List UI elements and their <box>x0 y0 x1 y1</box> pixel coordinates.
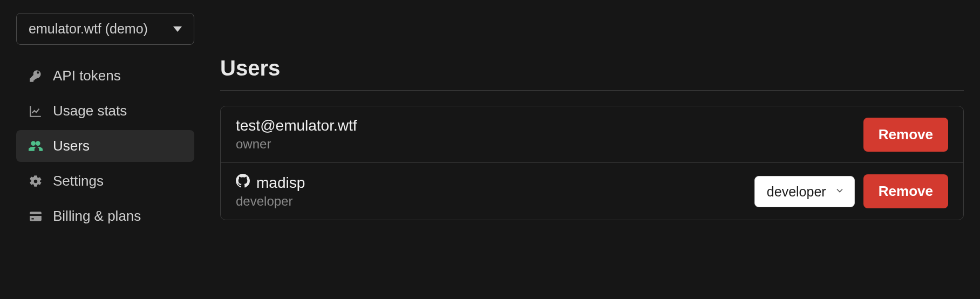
user-identity: test@emulator.wtf <box>236 117 863 134</box>
credit-card-icon <box>28 209 43 224</box>
role-select-wrap: developer <box>754 176 855 207</box>
chart-line-icon <box>28 104 43 119</box>
user-identity: madisp <box>236 174 754 192</box>
sidebar-item-label: API tokens <box>53 67 121 84</box>
user-identity-text: test@emulator.wtf <box>236 117 357 134</box>
sidebar-item-api-tokens[interactable]: API tokens <box>16 60 194 92</box>
main-content: Users test@emulator.wtf owner Remove <box>220 13 964 232</box>
users-icon <box>28 139 43 154</box>
sidebar-item-settings[interactable]: Settings <box>16 165 194 197</box>
user-info: test@emulator.wtf owner <box>236 117 863 152</box>
user-role-label: developer <box>236 194 754 209</box>
user-identity-text: madisp <box>256 174 305 192</box>
sidebar-item-billing[interactable]: Billing & plans <box>16 200 194 232</box>
user-row-actions: Remove <box>863 118 948 152</box>
org-switcher-label: emulator.wtf (demo) <box>29 21 148 37</box>
github-icon <box>236 174 250 192</box>
user-role-label: owner <box>236 137 863 152</box>
sidebar-item-usage-stats[interactable]: Usage stats <box>16 95 194 127</box>
sidebar-item-users[interactable]: Users <box>16 130 194 162</box>
user-info: madisp developer <box>236 174 754 209</box>
caret-down-icon <box>173 26 182 32</box>
page-title: Users <box>220 56 964 91</box>
remove-user-button[interactable]: Remove <box>863 174 948 208</box>
user-row-actions: developer Remove <box>754 174 948 208</box>
role-select[interactable]: developer <box>754 176 855 207</box>
sidebar-item-label: Usage stats <box>53 103 127 119</box>
org-switcher[interactable]: emulator.wtf (demo) <box>16 13 194 45</box>
sidebar-item-label: Settings <box>53 173 104 189</box>
user-row: test@emulator.wtf owner Remove <box>221 106 963 163</box>
sidebar-item-label: Billing & plans <box>53 208 141 225</box>
sidebar-item-label: Users <box>53 138 90 154</box>
user-row: madisp developer developer Remove <box>221 163 963 220</box>
gear-icon <box>28 174 43 189</box>
user-list: test@emulator.wtf owner Remove madisp <box>220 106 964 220</box>
sidebar: emulator.wtf (demo) API tokens Usage sta… <box>16 13 194 232</box>
remove-user-button[interactable]: Remove <box>863 118 948 152</box>
sidebar-nav: API tokens Usage stats Users Settings <box>16 60 194 232</box>
key-icon <box>28 69 43 84</box>
